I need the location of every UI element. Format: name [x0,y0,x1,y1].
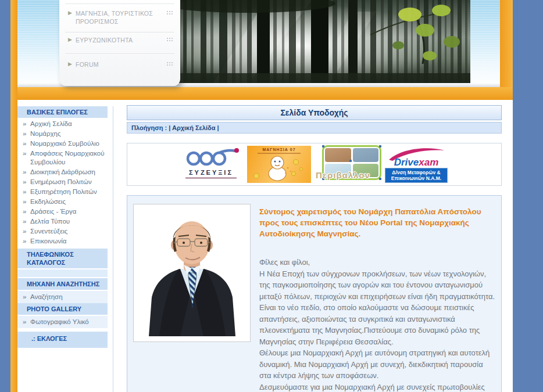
bullet-icon: » [23,178,26,186]
page-title: Σελίδα Υποδοχής [127,105,502,120]
breadcrumb-link-home[interactable]: Αρχική Σελίδα [172,124,215,131]
article-body: Φίλες και φίλοι, Η Νέα Εποχή των σύγχρον… [259,257,496,392]
article-paragraph: Δεσμευόμαστε για μια Νομαρχιακή Αρχή με … [259,382,496,392]
article-title: Σύντομος χαιρετισμός του Νομάρχη Παπατόλ… [259,206,481,239]
sidebar-item-fotografiko-yliko[interactable]: »Φωτογραφικό Υλικό [17,317,108,327]
sidebar-spacer [17,269,108,277]
article-paragraph: Φίλες και φίλοι, [259,257,496,268]
sidebar-header-tilefonikos-katalogos: ΤΗΛΕΦΩΝΙΚΟΣ ΚΑΤΑΛΟΓΟΣ [17,249,108,268]
bullet-icon: » [23,293,26,301]
perivallon-wordmark: Περιβαλλον [316,170,391,180]
article-box: Σύντομος χαιρετισμός του Νομάρχη Παπατόλ… [127,195,502,392]
bullet-icon: » [23,168,26,177]
bullet-icon: » [23,149,26,158]
syzefxis-caption-bar [185,177,237,179]
sidebar-item-label: Αρχική Σελίδα [30,120,72,127]
sidebar-item-nomarxis[interactable]: »Νομάρχης [17,129,108,139]
article-text: Σύντομος χαιρετισμός του Νομάρχη Παπατόλ… [259,206,496,392]
sidebar-item-label: Διοικητική Διάρθρωση [30,168,95,175]
sidebar-section-anazitisi: »Αναζήτηση [17,291,108,303]
bullet-icon: » [23,197,26,206]
breadcrumb: Πλοήγηση : | Αρχική Σελίδα | [127,122,502,134]
menu-divider [65,32,174,33]
dots-grid-icon [166,37,173,42]
sidebar-item-synentefxeis[interactable]: »Συνεντεύξεις [17,226,108,236]
breadcrumb-prefix: Πλοήγηση : | [131,124,170,131]
sidebar-item-label: Επικοινωνία [30,238,66,244]
sidebar: ΒΑΣΙΚΕΣ ΕΠΙΛΟΓΕΣ »Αρχική Σελίδα »Νομάρχη… [17,106,108,349]
arrow-icon: ▶ [68,60,72,68]
sidebar-item-ekdiloseis[interactable]: »Εκδηλώσεις [17,197,108,207]
portrait-image [138,209,245,336]
sidebar-item-label: Αναζήτηση [30,293,63,300]
frame-blue-left [0,0,10,392]
sidebar-item-nomarxiako-symvoulio[interactable]: »Νομαρχιακό Συμβούλιο [17,139,108,149]
arrow-icon: ▶ [68,36,72,44]
banner-drivexam[interactable]: Drivexam Δ/νση Μεταφορών & Επικοινωνιών … [384,146,448,183]
banner-perivallon[interactable]: Περιβαλλον [322,145,381,180]
frame-orange-right [500,0,513,100]
sidebar-header-ekloges: .: ΕΚΛΟΓΕΣ [17,332,108,348]
breadcrumb-suffix: | [217,124,219,131]
menu-item-label: ΜΑΓΝΗΣΙΑ, ΤΟΥΡΙΣΤΙΚΟΣ ΠΡΟΟΡΙΣΜΟΣ [76,9,166,26]
sidebar-item-label: Ενημέρωση Πολιτών [30,178,92,185]
article-paragraph: Θέλουμε μια Νομαρχιακή Αρχή με αυτόνομη … [259,347,496,382]
menu-item-label: ΕΥΡΥΖΩΝΙΚΟΤΗΤΑ [76,36,166,44]
bullet-icon: » [23,227,26,236]
sidebar-item-deltia-typou[interactable]: »Δελτία Τύπου [17,217,108,226]
bullet-icon: » [23,188,26,196]
menu-divider [65,53,174,55]
sidebar-header-basikes-epiloges: ΒΑΣΙΚΕΣ ΕΠΙΛΟΓΕΣ [17,106,108,118]
bullet-icon: » [23,318,26,326]
syzefxis-spiral-icon [178,146,244,167]
magnisia-07-label: ΜΑΓΝΗΣΙΑ 07 [247,146,311,152]
sidebar-item-label: Εξυπηρέτηση Πολιτών [30,188,97,195]
sidebar-separator [113,106,113,392]
menu-item-label: FORUM [76,60,166,69]
sidebar-item-enimerosi-politon[interactable]: »Ενημέρωση Πολιτών [17,177,108,187]
sidebar-item-arxiki-selida[interactable]: »Αρχική Σελίδα [17,119,108,129]
banner-syzefxis[interactable]: ΣΥΖΕΥΞΙΣ [178,146,244,182]
sidebar-item-label: Φωτογραφικό Υλικό [30,318,89,325]
bullet-icon: » [23,237,26,246]
sidebar-item-draseis-erga[interactable]: »Δράσεις - Έργα [17,207,108,217]
page: ▶ ΜΑΓΝΗΣΙΑ, ΤΟΥΡΙΣΤΙΚΟΣ ΠΡΟΟΡΙΣΜΟΣ ▶ ΕΥΡ… [0,0,543,392]
bullet-icon: » [23,217,26,226]
sidebar-item-label: Νομαρχιακό Συμβούλιο [30,140,99,147]
sidebar-item-apofaseis-symvouliou[interactable]: »Αποφάσεις Νομαρχιακού Συμβουλίου [17,149,108,167]
drivexam-caption-line1: Δ/νση Μεταφορών & [385,170,447,175]
bullet-icon: » [23,120,26,128]
sidebar-item-epikoinonia[interactable]: »Επικοινωνία [17,236,108,246]
drivexam-caption: Δ/νση Μεταφορών & Επικοινωνιών Ν.Α.Μ. [385,168,448,183]
banner-strip: ΣΥΖΕΥΞΙΣ ΜΑΓΝΗΣΙΑ 07 [127,143,502,186]
bullet-icon: » [23,130,26,138]
dots-grid-icon [166,62,173,67]
sidebar-item-label: Δράσεις - Έργα [30,208,76,215]
dots-grid-icon [166,10,173,16]
forest-photo [177,0,470,83]
sidebar-item-dioikitiki-diarthrosi[interactable]: »Διοικητική Διάρθρωση [17,167,108,177]
sidebar-section-photo-gallery: »Φωτογραφικό Υλικό [17,316,108,328]
frame-blue-right [513,0,543,392]
sidebar-item-eksypiretisi-politon[interactable]: »Εξυπηρέτηση Πολιτών [17,187,108,197]
bullet-icon: » [23,139,26,148]
top-dropdown-menu: ▶ ΜΑΓΝΗΣΙΑ, ΤΟΥΡΙΣΤΙΚΟΣ ΠΡΟΟΡΙΣΜΟΣ ▶ ΕΥΡ… [59,0,180,86]
sidebar-header-mixani-anazitisis: ΜΗΧΑΝΗ ΑΝΑΖΗΤΗΣΗΣ [17,278,108,290]
syzefxis-wordmark: ΣΥΖΕΥΞΙΣ [178,169,244,176]
prefect-photo [133,204,251,342]
banner-magnisia-07[interactable]: ΜΑΓΝΗΣΙΑ 07 [247,146,311,183]
frame-orange-left [10,0,17,392]
menu-item-magnisia-touristikos[interactable]: ▶ ΜΑΓΝΗΣΙΑ, ΤΟΥΡΙΣΤΙΚΟΣ ΠΡΟΟΡΙΣΜΟΣ [68,9,173,26]
menu-item-forum[interactable]: ▶ FORUM [68,60,173,69]
sidebar-section-basikes: »Αρχική Σελίδα »Νομάρχης »Νομαρχιακό Συμ… [17,119,108,246]
sidebar-item-anazitisi[interactable]: »Αναζήτηση [17,292,108,302]
drivexam-wordmark: Drivexam [384,159,448,167]
article-paragraph: Η Νέα Εποχή των σύγχρονων προκλήσεων, τω… [259,268,496,348]
sidebar-item-label: Συνεντεύξεις [30,228,67,235]
sidebar-item-label: Νομάρχης [30,130,61,137]
menu-item-evryzonikotita[interactable]: ▶ ΕΥΡΥΖΩΝΙΚΟΤΗΤΑ [68,36,173,44]
cartoon-character-icon [247,154,311,182]
sidebar-item-label: Αποφάσεις Νομαρχιακού Συμβουλίου [30,150,105,166]
sidebar-item-label: Εκδηλώσεις [30,198,66,205]
drivexam-caption-line2: Επικοινωνιών Ν.Α.Μ. [385,175,447,181]
